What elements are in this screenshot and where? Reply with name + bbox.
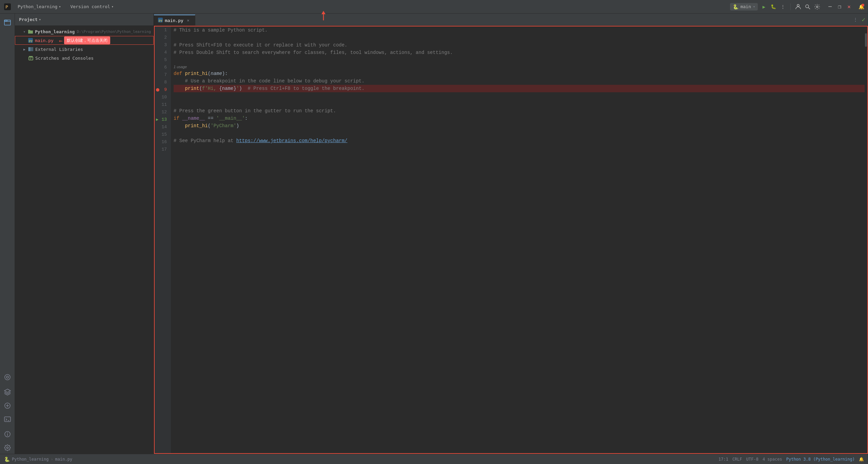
gutter: 1 2 3 4 5 6 7 8 9 10 11 12 ▶ 13 14 (155, 26, 171, 453)
status-python-icon: 🐍 (4, 457, 10, 462)
run-config-chevron: ▾ (753, 5, 755, 8)
gutter-line-15: 15 (155, 131, 168, 138)
gutter-line-7: 7 (155, 71, 168, 79)
svg-text:py: py (159, 19, 162, 22)
titlebar: P Python_learning ▾ Version control ▾ 🐍 … (0, 0, 868, 14)
code-line-15 (174, 130, 865, 137)
svg-point-3 (806, 5, 809, 8)
file-saved-checkmark: ✓ (862, 16, 865, 23)
tree-item-mainpy-wrapper: py main.py ← 默认创建，可点击关闭 (15, 36, 154, 45)
svg-rect-19 (30, 47, 32, 51)
terminal-button[interactable] (1, 413, 14, 425)
gutter-line-12: 12 (155, 109, 168, 116)
status-left: 🐍 Python_learning › main.py (4, 457, 72, 462)
close-button[interactable]: ✕ (846, 3, 852, 10)
status-notification-button[interactable]: 🔔 (859, 457, 864, 462)
gutter-line-4: 4 (155, 49, 168, 56)
chevron-icon: ▾ (59, 5, 61, 8)
project-panel-toggle[interactable] (1, 16, 14, 28)
tree-item-root[interactable]: ▾ Python_learning D:\Program\Python\Pyth… (15, 27, 154, 36)
tab-arrow-hint (320, 11, 327, 22)
tooltip-arrow-icon: ← (59, 37, 63, 43)
status-right: 17:1 CRLF UTF-8 4 spaces Python 3.8 (Pyt… (718, 457, 864, 462)
gutter-line-9[interactable]: 9 (155, 86, 168, 94)
gutter-line-17: 17 (155, 146, 168, 153)
gutter-line-16: 16 (155, 138, 168, 146)
code-line-11 (174, 100, 865, 107)
run-button[interactable]: ▶ (761, 3, 767, 10)
separator (790, 3, 791, 10)
gutter-line-3: 3 (155, 41, 168, 49)
vertical-scrollbar[interactable] (865, 26, 867, 453)
library-icon (28, 46, 34, 52)
gutter-line-11: 11 (155, 101, 168, 109)
sidebar-icon-strip (0, 14, 15, 454)
status-position[interactable]: 17:1 (718, 457, 728, 462)
svg-rect-7 (4, 20, 7, 21)
info-button[interactable] (1, 428, 14, 440)
code-line-12: # Press the green button in the gutter t… (174, 107, 865, 115)
code-line-6-usage: 1 usage (174, 64, 865, 70)
mainpy-label: main.py (35, 38, 54, 43)
layers-button[interactable] (1, 386, 14, 398)
scratches-label: Scratches and Consoles (35, 56, 94, 61)
tab-bar-right-actions: ⋮ ✓ (851, 16, 865, 24)
status-encoding[interactable]: UTF-8 (746, 457, 758, 462)
menu-version-control[interactable]: Version control ▾ (67, 3, 117, 11)
profile-button[interactable] (795, 3, 802, 10)
chevron-icon: ▾ (112, 5, 114, 8)
restore-button[interactable]: ❐ (836, 3, 843, 10)
code-content[interactable]: # This is a sample Python script. # Pres… (171, 26, 865, 453)
svg-point-14 (7, 432, 8, 433)
svg-point-2 (797, 4, 799, 6)
code-line-17 (174, 144, 865, 152)
git-button[interactable] (1, 400, 14, 412)
tab-mainpy[interactable]: py main.py ✕ (154, 15, 195, 25)
notification-button[interactable]: 🔔 (858, 3, 865, 10)
tree-item-root-path: D:\Program\Python\Python_learning (77, 30, 151, 34)
menu-project[interactable]: Python_learning ▾ (14, 3, 64, 11)
run-arrow-icon: ▶ (156, 116, 158, 123)
status-line-separator[interactable]: CRLF (732, 457, 742, 462)
gutter-line-14: 14 (155, 123, 168, 131)
tab-label: main.py (165, 18, 183, 23)
main-layout: Project ▾ ▾ Python_learning D:\Program\P… (0, 14, 868, 454)
project-tree: ▾ Python_learning D:\Program\Python\Pyth… (15, 26, 154, 454)
gutter-line-10: 10 (155, 94, 168, 101)
code-line-10 (174, 92, 865, 100)
svg-rect-11 (4, 417, 11, 422)
app-logo: P (3, 3, 12, 11)
tooltip-label: 默认创建，可点击关闭 (64, 37, 110, 44)
tab-icon: py (158, 18, 163, 23)
status-file-breadcrumb[interactable]: main.py (55, 457, 73, 462)
run-config-name: main (741, 4, 751, 9)
settings-button[interactable] (814, 3, 821, 10)
python-file-icon: py (27, 37, 34, 43)
status-indent[interactable]: 4 spaces (763, 457, 782, 462)
code-line-9: print(f'Hi, {name}') # Press Ctrl+F8 to … (174, 85, 865, 92)
tree-item-external[interactable]: ▶ External Libraries (15, 45, 154, 54)
minimize-button[interactable]: ─ (827, 3, 833, 10)
tree-item-scratches[interactable]: Scratches and Consoles (15, 54, 154, 62)
project-panel-header[interactable]: Project ▾ (15, 14, 154, 26)
code-editor[interactable]: 1 2 3 4 5 6 7 8 9 10 11 12 ▶ 13 14 (154, 26, 868, 454)
tab-close-button[interactable]: ✕ (185, 18, 191, 23)
settings-side-button[interactable] (1, 442, 14, 454)
gutter-line-13[interactable]: ▶ 13 (155, 116, 168, 123)
more-actions-button[interactable]: ⋮ (851, 16, 860, 24)
external-label: External Libraries (35, 47, 83, 52)
gutter-line-8: 8 (155, 79, 168, 86)
scrollbar-thumb[interactable] (865, 33, 867, 47)
status-project-breadcrumb[interactable]: Python_learning (12, 457, 48, 462)
plugins-button[interactable] (1, 371, 14, 383)
debug-button[interactable]: 🐛 (770, 3, 777, 10)
usage-hint: 1 usage (174, 63, 187, 71)
python-icon: 🐍 (733, 4, 738, 9)
more-run-button[interactable]: ⋮ (780, 3, 786, 10)
search-button[interactable] (804, 3, 811, 10)
svg-marker-27 (321, 11, 326, 14)
folder-icon (28, 28, 34, 35)
code-line-7: def print_hi(name): (174, 70, 865, 77)
status-python-version[interactable]: Python 3.8 (Python_learning) (786, 457, 855, 462)
svg-text:P: P (5, 4, 8, 9)
